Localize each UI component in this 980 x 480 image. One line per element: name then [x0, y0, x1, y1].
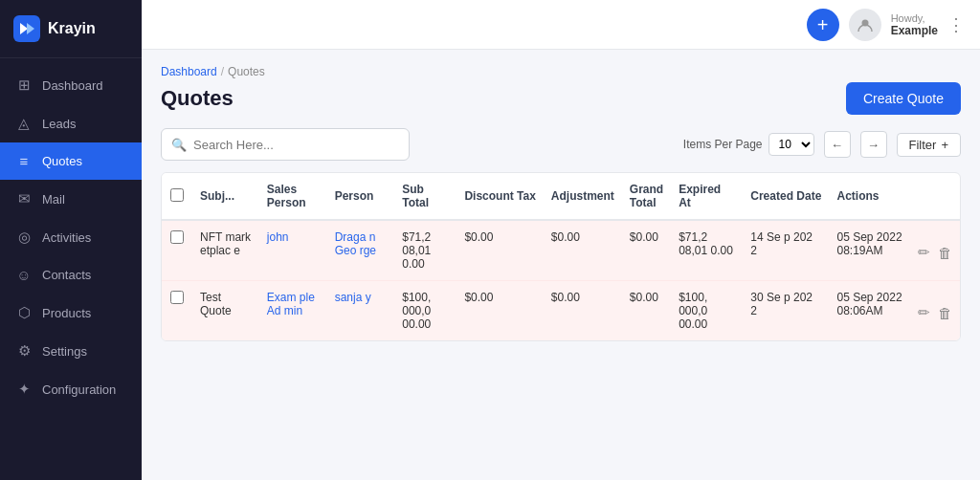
leads-icon: ◬ [15, 115, 33, 132]
items-per-page-control: Items Per Page 10 25 50 [683, 133, 814, 156]
row1-sales-person: john [259, 220, 327, 281]
page-content: Dashboard / Quotes Quotes Create Quote 🔍… [142, 50, 980, 480]
sidebar-item-settings[interactable]: ⚙ Settings [0, 332, 142, 370]
more-options-icon[interactable]: ⋮ [947, 14, 965, 35]
avatar [849, 9, 881, 41]
quotes-table-container: Subj... SalesPerson Person SubTotal Disc… [161, 172, 961, 341]
create-quote-button[interactable]: Create Quote [846, 82, 961, 115]
activities-icon: ◎ [15, 229, 33, 246]
row2-checkbox[interactable] [170, 291, 184, 304]
table-header-row: Subj... SalesPerson Person SubTotal Disc… [162, 173, 960, 220]
row1-delete-icon[interactable]: 🗑 [938, 245, 952, 261]
col-header-created-date: Created Date [743, 173, 829, 220]
sidebar-label-dashboard: Dashboard [42, 78, 103, 93]
filter-button[interactable]: Filter + [897, 133, 961, 157]
row1-actions: ✏ 🗑 [910, 220, 960, 281]
configuration-icon: ✦ [15, 381, 33, 398]
products-icon: ⬡ [15, 304, 33, 321]
logo-icon [13, 15, 40, 42]
row2-check [162, 281, 192, 341]
sidebar-item-leads[interactable]: ◬ Leads [0, 104, 142, 142]
quotes-table: Subj... SalesPerson Person SubTotal Disc… [162, 173, 960, 340]
sidebar-label-quotes: Quotes [42, 154, 82, 168]
sidebar-item-contacts[interactable]: ☺ Contacts [0, 256, 142, 294]
row1-person: Draga n Geo rge [327, 220, 395, 281]
sidebar-label-contacts: Contacts [42, 268, 91, 282]
col-header-adjustment: Adjustment [544, 173, 622, 220]
col-header-discount-tax: Discount Tax [457, 173, 543, 220]
contacts-icon: ☺ [15, 267, 33, 283]
search-input[interactable] [193, 138, 399, 152]
sidebar-nav: ⊞ Dashboard ◬ Leads ≡ Quotes ✉ Mail ◎ Ac… [0, 58, 142, 480]
settings-icon: ⚙ [15, 342, 33, 360]
col-header-grand-total: GrandTotal [622, 173, 671, 220]
table-body: NFT mark etplac e john Draga n Geo rge $… [162, 220, 960, 340]
logo-text: Krayin [48, 20, 96, 37]
col-header-sales-person: SalesPerson [259, 173, 327, 220]
items-per-page-label: Items Per Page [683, 138, 763, 151]
breadcrumb-current: Quotes [228, 65, 265, 78]
row2-delete-icon[interactable]: 🗑 [938, 305, 952, 321]
select-all-checkbox[interactable] [170, 188, 184, 202]
row1-grand-total: $71,2 08,01 0.00 [671, 220, 743, 281]
sidebar-label-configuration: Configuration [42, 382, 116, 397]
row1-created-date: 05 Sep 2022 08:19AM [830, 220, 910, 281]
row1-subject: NFT mark etplac e [192, 220, 259, 281]
row2-sales-person: Exam ple Ad min [259, 281, 327, 341]
col-header-sub-total: SubTotal [394, 173, 457, 220]
row2-subject: Test Quote [192, 281, 259, 341]
page-title: Quotes [161, 86, 234, 111]
filter-plus-icon: + [941, 138, 948, 152]
row1-checkbox[interactable] [170, 230, 184, 244]
sidebar-label-products: Products [42, 306, 91, 320]
table-row: Test Quote Exam ple Ad min sanja y $100,… [162, 281, 960, 341]
filter-label: Filter [909, 138, 937, 152]
table-row: NFT mark etplac e john Draga n Geo rge $… [162, 220, 960, 281]
row1-check [162, 220, 192, 281]
sidebar-label-settings: Settings [42, 344, 87, 359]
row2-created-date: 05 Sep 2022 08:06AM [830, 281, 910, 341]
prev-page-button[interactable]: ← [824, 131, 851, 158]
breadcrumb-home[interactable]: Dashboard [161, 65, 217, 78]
sidebar-label-leads: Leads [42, 117, 76, 131]
main-area: + Howdy, Example ⋮ Dashboard / Quotes Qu… [142, 0, 980, 480]
row1-expired-at: 14 Se p 202 2 [743, 220, 829, 281]
breadcrumb: Dashboard / Quotes [161, 65, 961, 78]
col-select-all [162, 173, 192, 220]
sidebar-item-configuration[interactable]: ✦ Configuration [0, 370, 142, 408]
row2-grand-total: $100, 000,0 00.00 [671, 281, 743, 341]
row2-sub-total: $100, 000,0 00.00 [394, 281, 457, 341]
items-per-page-select[interactable]: 10 25 50 [768, 133, 814, 156]
sidebar-label-mail: Mail [42, 192, 65, 207]
topbar: + Howdy, Example ⋮ [142, 0, 980, 50]
sidebar-item-activities[interactable]: ◎ Activities [0, 218, 142, 256]
col-header-person: Person [327, 173, 395, 220]
sidebar-item-products[interactable]: ⬡ Products [0, 294, 142, 332]
row2-expired-at: 30 Se p 202 2 [743, 281, 829, 341]
breadcrumb-sep: / [221, 65, 224, 78]
add-button[interactable]: + [807, 9, 839, 41]
user-name: Example [891, 24, 938, 37]
row1-edit-icon[interactable]: ✏ [918, 244, 930, 261]
row2-adjustment: $0.00 [622, 281, 671, 341]
logo: Krayin [0, 0, 142, 58]
sidebar-label-activities: Activities [42, 230, 91, 245]
row2-discount: $0.00 [457, 281, 543, 341]
mail-icon: ✉ [15, 190, 33, 207]
sidebar-item-quotes[interactable]: ≡ Quotes [0, 142, 142, 180]
row1-tax: $0.00 [544, 220, 622, 281]
row2-edit-icon[interactable]: ✏ [918, 304, 930, 321]
controls-row: 🔍 Items Per Page 10 25 50 ← → Filter + [161, 128, 961, 161]
sidebar-item-mail[interactable]: ✉ Mail [0, 180, 142, 218]
search-box: 🔍 [161, 128, 410, 161]
dashboard-icon: ⊞ [15, 76, 33, 94]
next-page-button[interactable]: → [860, 131, 887, 158]
row1-sub-total: $71,2 08,01 0.00 [394, 220, 457, 281]
col-header-actions: Actions [830, 173, 910, 220]
search-icon: 🔍 [171, 138, 187, 152]
col-header-expired-at: ExpiredAt [671, 173, 743, 220]
row1-adjustment: $0.00 [622, 220, 671, 281]
row2-tax: $0.00 [544, 281, 622, 341]
user-info: Howdy, Example [891, 12, 938, 37]
sidebar-item-dashboard[interactable]: ⊞ Dashboard [0, 66, 142, 104]
